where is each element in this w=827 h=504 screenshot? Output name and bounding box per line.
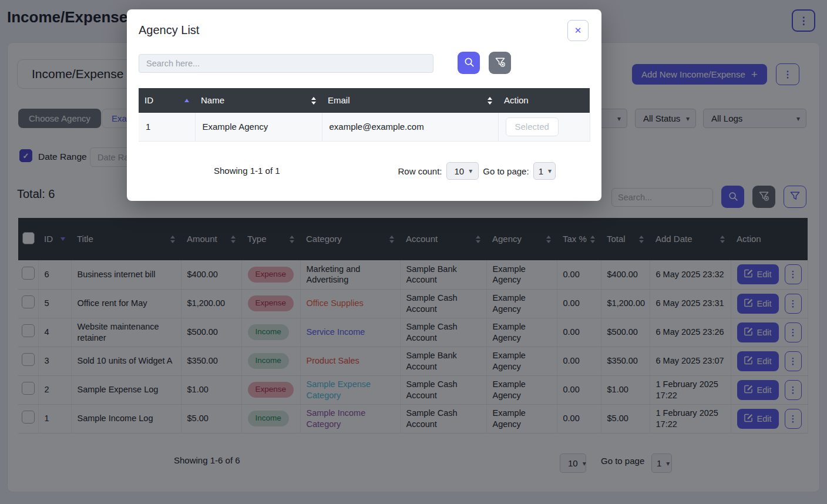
col-id[interactable]: ID xyxy=(144,95,153,106)
app-root: Income/Expense ⋮ Income/Expense List Add… xyxy=(0,0,827,504)
sort-asc-icon xyxy=(184,99,189,102)
modal-search-input[interactable] xyxy=(139,54,433,73)
chevron-down-icon: ▾ xyxy=(469,167,472,175)
modal-row-count-select[interactable]: 10 ▾ xyxy=(446,162,479,180)
agency-table: ID Name Email Action 1 Example Agency ex… xyxy=(139,88,590,142)
modal-goto-page-select[interactable]: 1 ▾ xyxy=(533,162,556,180)
close-icon: ✕ xyxy=(574,25,582,36)
filter-off-icon xyxy=(495,56,506,69)
sort-icon xyxy=(311,97,316,105)
modal-search-button[interactable] xyxy=(458,52,480,74)
row-count-label: Row count: xyxy=(398,166,442,176)
col-email[interactable]: Email xyxy=(328,95,350,106)
agency-list-modal: Agency List ✕ ID Name Email Action 1 Exa… xyxy=(127,9,601,201)
modal-close-button[interactable]: ✕ xyxy=(567,20,589,41)
col-name[interactable]: Name xyxy=(201,95,224,106)
goto-page-label: Go to page: xyxy=(483,166,529,176)
chevron-down-icon: ▾ xyxy=(548,167,552,175)
table-row: 1 Example Agency example@example.com Sel… xyxy=(139,113,590,141)
modal-showing-summary: Showing 1-1 of 1 xyxy=(214,166,280,176)
modal-clear-filter-button[interactable] xyxy=(489,52,511,74)
col-action: Action xyxy=(504,95,529,106)
modal-pager: Row count: 10 ▾ Go to page: 1 ▾ xyxy=(398,162,556,180)
search-icon xyxy=(463,56,475,69)
selected-button[interactable]: Selected xyxy=(506,117,559,136)
table-header-row: ID Name Email Action xyxy=(139,88,590,113)
modal-title: Agency List xyxy=(139,23,199,37)
sort-icon xyxy=(488,97,492,105)
